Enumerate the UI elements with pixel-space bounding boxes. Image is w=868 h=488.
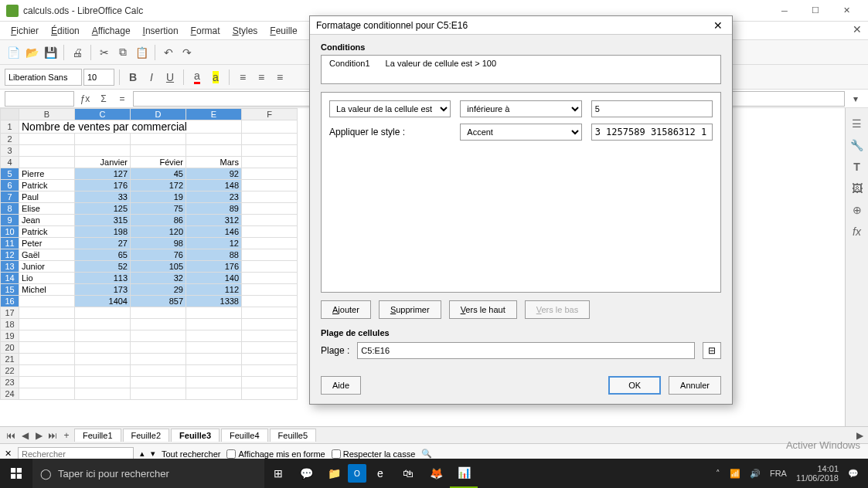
condition-type-select[interactable]: La valeur de la cellule est [329, 100, 451, 117]
italic-icon[interactable]: I [143, 69, 160, 86]
cell[interactable] [242, 273, 298, 284]
horizontal-scroll-icon[interactable]: ▶ [856, 430, 863, 441]
col-header-d[interactable]: D [131, 109, 186, 120]
cell[interactable]: 32 [131, 273, 186, 284]
col-header-e[interactable]: E [186, 109, 242, 120]
minimize-button[interactable]: ─ [769, 2, 800, 19]
cell[interactable] [19, 296, 75, 307]
find-all-button[interactable]: Tout rechercher [162, 449, 220, 459]
close-button[interactable]: ✕ [831, 2, 862, 19]
row-header[interactable]: 3 [1, 145, 19, 157]
cell[interactable]: Patrick [19, 180, 75, 191]
cell-header-jan[interactable]: Janvier [75, 157, 131, 168]
highlight-icon[interactable]: a [207, 69, 224, 86]
sidebar-functions-icon[interactable]: fx [849, 224, 865, 239]
range-input[interactable] [357, 342, 695, 359]
dialog-close-icon[interactable]: ✕ [710, 19, 726, 32]
cell[interactable]: 75 [131, 203, 186, 215]
paste-icon[interactable]: 📋 [133, 44, 150, 61]
language-icon[interactable]: FRA [770, 469, 787, 478]
cell[interactable]: 65 [75, 249, 131, 261]
match-case-checkbox[interactable]: Respecter la casse [332, 449, 416, 459]
maximize-button[interactable]: ☐ [800, 2, 831, 19]
cell[interactable]: 12 [186, 238, 242, 249]
cell[interactable]: 173 [75, 284, 131, 296]
conditions-list[interactable]: Condition1 La valeur de cellule est > 10… [321, 55, 721, 84]
cell[interactable]: 312 [186, 215, 242, 226]
cell[interactable]: 1338 [186, 296, 242, 307]
cortana-icon[interactable]: 💬 [292, 459, 320, 488]
row-header[interactable]: 4 [1, 157, 19, 168]
bold-icon[interactable]: B [124, 69, 141, 86]
row-header[interactable]: 2 [1, 134, 19, 145]
cell[interactable]: 29 [131, 284, 186, 296]
font-size-input[interactable] [83, 69, 114, 86]
cell[interactable]: 112 [186, 284, 242, 296]
sidebar-wrench-icon[interactable]: 🔧 [849, 137, 865, 153]
cell[interactable]: 198 [75, 226, 131, 238]
row-header[interactable]: 7 [1, 191, 19, 203]
cell[interactable] [242, 180, 298, 191]
explorer-icon[interactable]: 📁 [320, 459, 348, 488]
cell[interactable]: Peter [19, 238, 75, 249]
row-header[interactable]: 23 [1, 377, 19, 388]
taskbar-search[interactable]: ◯ Taper ici pour rechercher [32, 459, 264, 488]
cell[interactable] [242, 261, 298, 273]
sheet-tab[interactable]: Feuille2 [123, 429, 170, 442]
cell[interactable] [242, 249, 298, 261]
add-condition-button[interactable]: Ajouter [321, 300, 371, 319]
firefox-icon[interactable]: 🦊 [422, 459, 450, 488]
cell[interactable] [242, 191, 298, 203]
find-prev-icon[interactable]: ▴ [140, 449, 145, 459]
cell[interactable]: 1404 [75, 296, 131, 307]
condition-operator-select[interactable]: inférieure à [460, 100, 581, 117]
underline-icon[interactable]: U [162, 69, 179, 86]
cell[interactable]: Paul [19, 191, 75, 203]
start-button[interactable] [0, 459, 32, 488]
cell[interactable]: 88 [186, 249, 242, 261]
move-down-button[interactable]: Vers le bas [525, 300, 590, 319]
cell[interactable]: 176 [186, 261, 242, 273]
cell[interactable]: 76 [131, 249, 186, 261]
menu-sheet[interactable]: Feuille [264, 23, 303, 39]
cell[interactable] [242, 120, 298, 134]
cell[interactable]: Junior [19, 261, 75, 273]
sheet-tab-active[interactable]: Feuille3 [171, 429, 220, 442]
task-view-icon[interactable]: ⊞ [264, 459, 292, 488]
tab-add-icon[interactable]: + [60, 430, 73, 441]
cell[interactable]: 23 [186, 191, 242, 203]
select-all-corner[interactable] [1, 109, 19, 120]
row-header[interactable]: 9 [1, 215, 19, 226]
cell[interactable]: Pierre [19, 168, 75, 180]
dialog-titlebar[interactable]: Formatage conditionnel pour C5:E16 ✕ [310, 16, 732, 35]
volume-icon[interactable]: 🔊 [750, 469, 761, 479]
open-icon[interactable]: 📂 [23, 44, 40, 61]
cell[interactable] [242, 296, 298, 307]
cell[interactable]: 92 [186, 168, 242, 180]
sidebar-navigator-icon[interactable]: ⊕ [849, 202, 865, 218]
sheet-tab[interactable]: Feuille1 [74, 429, 121, 442]
col-header-f[interactable]: F [242, 109, 298, 120]
find-next-icon[interactable]: ▾ [151, 449, 155, 459]
row-header[interactable]: 17 [1, 307, 19, 319]
cell[interactable]: 857 [131, 296, 186, 307]
tab-nav-last-icon[interactable]: ⏭ [46, 430, 59, 441]
row-header[interactable]: 5 [1, 168, 19, 180]
menu-edit[interactable]: Édition [45, 23, 86, 39]
calc-taskbar-icon[interactable]: 📊 [450, 459, 478, 488]
align-left-icon[interactable]: ≡ [234, 69, 251, 86]
sheet-tab[interactable]: Feuille5 [270, 429, 317, 442]
cell[interactable]: 52 [75, 261, 131, 273]
tab-nav-next-icon[interactable]: ▶ [32, 430, 45, 441]
menu-styles[interactable]: Styles [226, 23, 264, 39]
cell[interactable] [242, 215, 298, 226]
row-header[interactable]: 20 [1, 342, 19, 354]
sidebar-properties-icon[interactable]: ☰ [849, 116, 865, 131]
style-select[interactable]: Accent [460, 124, 581, 141]
cell[interactable]: 315 [75, 215, 131, 226]
cell[interactable] [242, 226, 298, 238]
condition-value-input[interactable] [591, 100, 713, 117]
font-name-input[interactable] [5, 69, 82, 86]
row-header[interactable]: 16 [1, 296, 19, 307]
col-header-c[interactable]: C [75, 109, 131, 120]
